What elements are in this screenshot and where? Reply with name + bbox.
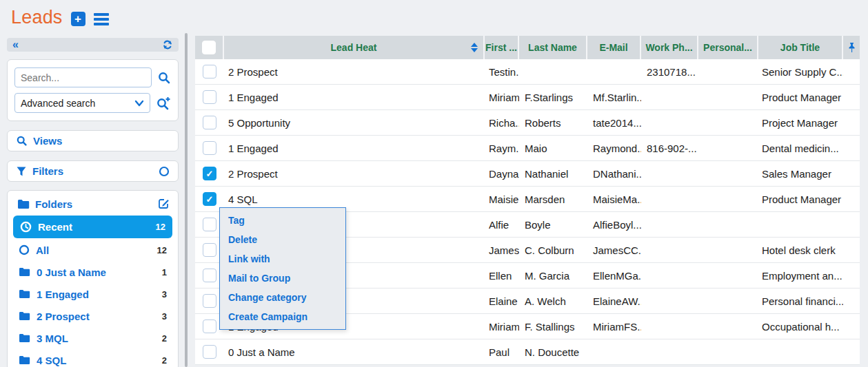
row-checkbox[interactable] bbox=[203, 218, 216, 231]
select-all-checkbox[interactable] bbox=[202, 41, 216, 54]
sidebar-item-just-a-name[interactable]: 0 Just a Name 1 bbox=[12, 261, 174, 283]
cell-job-title: Employment an... bbox=[758, 270, 843, 282]
filter-status-circle-icon[interactable] bbox=[159, 166, 170, 177]
folder-label: 2 Prospect bbox=[37, 311, 156, 322]
sidebar-item-mql[interactable]: 3 MQL 2 bbox=[12, 327, 174, 349]
chevron-down-icon bbox=[134, 100, 144, 107]
folder-count: 1 bbox=[162, 267, 167, 277]
advanced-search-value: Advanced search bbox=[21, 98, 95, 109]
cell-job-title: Dental medicin... bbox=[758, 143, 843, 154]
row-checkbox[interactable] bbox=[203, 319, 216, 333]
column-header-lead-heat[interactable]: Lead Heat bbox=[224, 36, 485, 59]
cell-work-phone: 816-902-... bbox=[641, 143, 698, 154]
row-checkbox[interactable] bbox=[203, 90, 216, 104]
add-lead-button[interactable]: + bbox=[71, 12, 85, 26]
folder-icon bbox=[19, 333, 30, 343]
folder-count: 12 bbox=[156, 222, 165, 232]
cell-job-title: Product Manager bbox=[758, 193, 843, 205]
refresh-icon[interactable] bbox=[162, 39, 173, 50]
circle-icon bbox=[19, 244, 30, 255]
pin-icon bbox=[847, 42, 856, 53]
row-checkbox[interactable] bbox=[203, 345, 216, 359]
cell-job-title: Occupational h... bbox=[758, 321, 843, 333]
folder-count: 3 bbox=[162, 311, 167, 322]
edit-folders-icon[interactable] bbox=[157, 198, 170, 210]
cell-email: JamesCC... bbox=[587, 244, 641, 256]
folder-icon bbox=[19, 289, 30, 299]
context-menu-item-mail-to-group[interactable]: Mail to Group bbox=[220, 269, 345, 288]
context-menu-item-change-category[interactable]: Change category bbox=[220, 288, 345, 307]
row-checkbox[interactable] bbox=[203, 141, 216, 155]
column-label: Personal... bbox=[703, 42, 752, 53]
cell-lead-heat: 0 Just a Name bbox=[224, 346, 485, 358]
cell-email: Raymond... bbox=[587, 143, 641, 154]
column-header-personal[interactable]: Personal... bbox=[698, 36, 758, 59]
panel-splitter[interactable] bbox=[185, 33, 188, 367]
column-label: Job Title bbox=[780, 42, 820, 53]
context-menu-item-create-campaign[interactable]: Create Campaign bbox=[220, 307, 345, 326]
folders-panel: Folders Recent 12 bbox=[7, 190, 179, 367]
table-row[interactable]: 5 Opportunity Richa... Roberts tate2014.… bbox=[195, 110, 860, 136]
table-row[interactable]: 1 Engaged Miriam F.Starlings Mf.Starlin.… bbox=[195, 85, 860, 110]
row-checkbox[interactable] bbox=[203, 167, 216, 180]
cell-job-title: Hotel desk clerk bbox=[758, 244, 843, 256]
clock-icon bbox=[20, 221, 32, 233]
cell-job-title: Product Manager bbox=[758, 92, 843, 103]
cell-email: EllenMGa... bbox=[587, 270, 641, 282]
cell-last-name: C. Colburn bbox=[519, 244, 587, 256]
folder-icon bbox=[19, 267, 30, 277]
filters-section[interactable]: Filters bbox=[7, 160, 179, 182]
column-header-email[interactable]: E-Mail bbox=[587, 36, 641, 59]
context-menu-item-link-with[interactable]: Link with bbox=[220, 249, 345, 269]
sidebar-item-sql[interactable]: 4 SQL 2 bbox=[12, 349, 174, 367]
row-checkbox[interactable] bbox=[203, 269, 216, 282]
folder-count: 2 bbox=[162, 333, 167, 344]
pin-columns-button[interactable] bbox=[843, 36, 860, 59]
context-menu-item-delete[interactable]: Delete bbox=[220, 230, 345, 249]
table-row[interactable]: 2 Prospect Dayna Nathaniel DNathani... S… bbox=[195, 161, 860, 187]
cell-last-name: N. Doucette bbox=[519, 346, 587, 358]
sort-icon[interactable] bbox=[471, 43, 478, 52]
sidebar-item-all[interactable]: All 12 bbox=[12, 239, 174, 261]
advanced-search-select[interactable]: Advanced search bbox=[14, 93, 150, 113]
table-row[interactable]: 2 Prospect Testin... 2310718... Senior S… bbox=[195, 59, 860, 85]
row-checkbox[interactable] bbox=[203, 192, 216, 206]
filters-label: Filters bbox=[32, 165, 63, 177]
sidebar-item-prospect[interactable]: 2 Prospect 3 bbox=[12, 305, 174, 327]
search-icon[interactable] bbox=[157, 71, 171, 85]
column-label: E-Mail bbox=[599, 42, 627, 53]
context-menu-item-tag[interactable]: Tag bbox=[220, 211, 345, 230]
column-header-last-name[interactable]: Last Name bbox=[519, 36, 587, 59]
column-header-first-name[interactable]: First ... bbox=[485, 36, 519, 59]
cell-last-name: A. Welch bbox=[519, 295, 587, 307]
cell-email: DNathani... bbox=[587, 168, 641, 180]
row-checkbox[interactable] bbox=[203, 116, 216, 129]
collapse-sidebar-icon[interactable]: « bbox=[12, 39, 19, 51]
row-checkbox[interactable] bbox=[203, 294, 216, 308]
cell-job-title: Senior Supply C... bbox=[758, 66, 843, 78]
table-row[interactable]: 0 Just a Name Paul N. Doucette bbox=[195, 339, 860, 365]
column-header-work-phone[interactable]: Work Ph... bbox=[641, 36, 698, 59]
cell-email: AlfieBoyl... bbox=[587, 219, 641, 231]
views-section[interactable]: Views bbox=[7, 130, 179, 151]
cell-last-name: Marsden bbox=[519, 193, 587, 205]
column-label: Lead Heat bbox=[331, 42, 377, 53]
cell-last-name: F. Stallings bbox=[519, 321, 587, 333]
column-label: First ... bbox=[485, 42, 517, 53]
cell-first-name: Maisie bbox=[485, 193, 519, 205]
column-header-job-title[interactable]: Job Title bbox=[758, 36, 843, 59]
table-row[interactable]: 1 Engaged Raym... Maio Raymond... 816-90… bbox=[195, 136, 860, 161]
hamburger-menu-icon[interactable] bbox=[94, 13, 109, 25]
folders-label: Folders bbox=[35, 198, 72, 210]
sidebar-item-recent[interactable]: Recent 12 bbox=[13, 216, 172, 238]
filter-funnel-icon bbox=[16, 166, 27, 177]
folder-count: 2 bbox=[162, 355, 167, 366]
cell-job-title: Project Manager bbox=[758, 117, 843, 129]
search-input[interactable] bbox=[14, 67, 152, 87]
advanced-search-icon[interactable] bbox=[156, 96, 171, 110]
row-checkbox[interactable] bbox=[203, 243, 216, 257]
cell-lead-heat: 4 SQL bbox=[224, 193, 485, 205]
cell-lead-heat: 5 Opportunity bbox=[224, 117, 485, 129]
row-checkbox[interactable] bbox=[203, 65, 216, 78]
sidebar-item-engaged[interactable]: 1 Engaged 3 bbox=[12, 283, 174, 305]
